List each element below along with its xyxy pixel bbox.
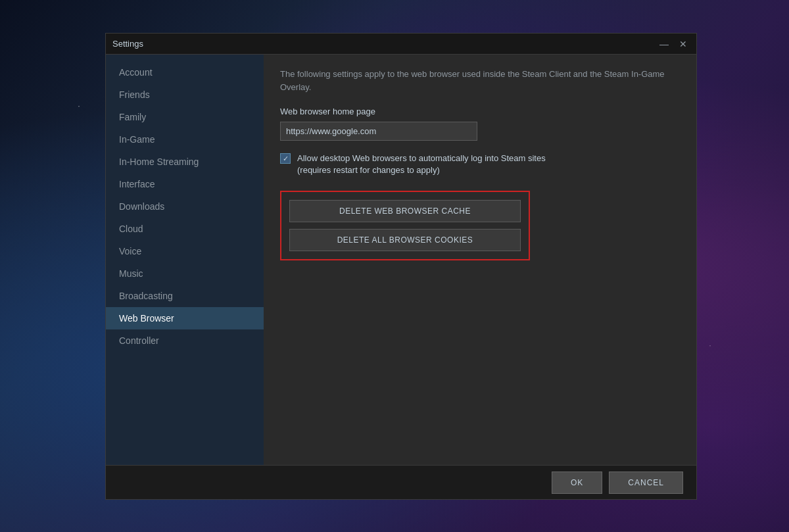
sidebar-item-account[interactable]: Account [106,61,264,84]
sidebar-item-interface[interactable]: Interface [106,173,264,195]
sidebar-item-controller[interactable]: Controller [106,329,264,352]
sidebar-item-music[interactable]: Music [106,262,264,285]
window-title: Settings [112,39,143,49]
sidebar-item-family[interactable]: Family [106,106,264,128]
sidebar-item-in-game[interactable]: In-Game [106,128,264,151]
home-page-input[interactable] [280,122,477,141]
minimize-button[interactable]: — [657,38,671,50]
sidebar-item-in-home-streaming[interactable]: In-Home Streaming [106,151,264,173]
window-controls: — ✕ [657,38,690,50]
auto-login-checkbox[interactable] [280,153,291,164]
cancel-button[interactable]: CANCEL [609,472,683,494]
delete-section: DELETE WEB BROWSER CACHE DELETE ALL BROW… [280,191,530,260]
close-button[interactable]: ✕ [677,38,690,50]
home-page-label: Web browser home page [280,107,680,116]
sidebar-item-voice[interactable]: Voice [106,240,264,262]
delete-cache-button[interactable]: DELETE WEB BROWSER CACHE [289,200,521,222]
checkbox-row: Allow desktop Web browsers to automatica… [280,153,680,176]
window-footer: OK CANCEL [106,465,696,499]
checkbox-label: Allow desktop Web browsers to automatica… [297,153,546,176]
description-text: The following settings apply to the web … [280,68,680,93]
delete-cookies-button[interactable]: DELETE ALL BROWSER COOKIES [289,229,521,251]
title-bar: Settings — ✕ [106,34,696,55]
sidebar-item-broadcasting[interactable]: Broadcasting [106,285,264,307]
window-body: Account Friends Family In-Game In-Home S… [106,55,696,465]
sidebar-item-downloads[interactable]: Downloads [106,195,264,218]
sidebar-item-friends[interactable]: Friends [106,84,264,106]
main-content: The following settings apply to the web … [264,55,696,465]
settings-window: Settings — ✕ Account Friends Family In-G… [105,33,697,500]
ok-button[interactable]: OK [552,472,602,494]
sidebar: Account Friends Family In-Game In-Home S… [106,55,264,465]
sidebar-item-web-browser[interactable]: Web Browser [106,307,264,329]
sidebar-item-cloud[interactable]: Cloud [106,218,264,240]
